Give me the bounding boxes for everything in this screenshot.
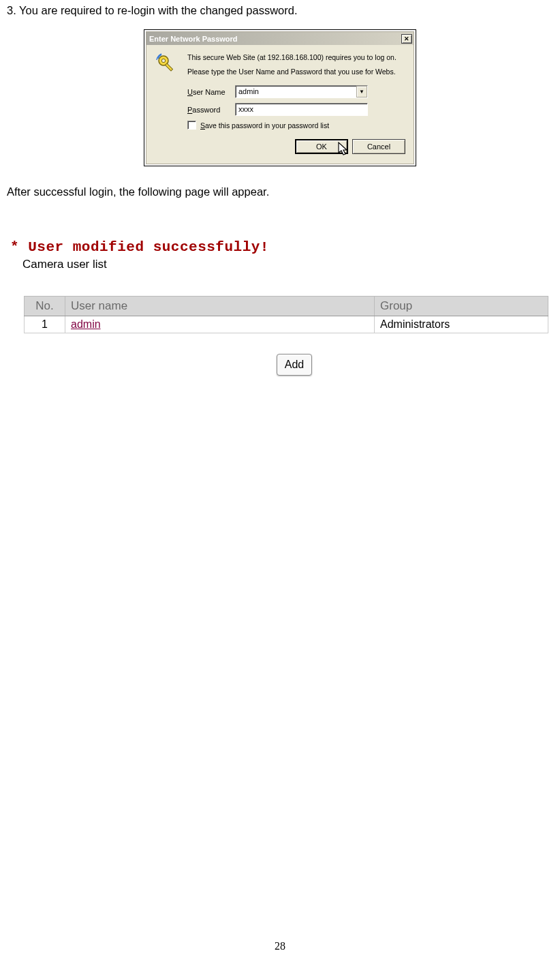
dialog-titlebar: Enter Network Password ✕: [146, 32, 414, 45]
column-header-group: Group: [375, 297, 548, 316]
username-label: User Name: [187, 88, 235, 96]
svg-point-1: [161, 59, 165, 62]
column-header-username: User name: [65, 297, 375, 316]
row-group: Administrators: [375, 316, 548, 333]
column-header-no: No.: [25, 297, 65, 316]
table-row: 1 admin Administrators: [25, 316, 548, 333]
dialog-message-2: Please type the User Name and Password t…: [187, 67, 405, 76]
username-input[interactable]: admin ▼: [235, 85, 368, 98]
dialog-title: Enter Network Password: [149, 35, 401, 43]
save-password-label: Save this password in your password list: [200, 121, 329, 130]
page-number: 28: [0, 940, 560, 952]
cursor-icon: [337, 141, 351, 161]
save-password-checkbox[interactable]: [187, 121, 196, 130]
username-dropdown-arrow[interactable]: ▼: [356, 86, 367, 97]
user-table: No. User name Group 1 admin Administrato…: [24, 296, 548, 333]
close-icon: ✕: [404, 35, 409, 42]
network-password-dialog: Enter Network Password ✕ This secu: [146, 31, 414, 164]
success-message: * User modified successfully!: [10, 239, 550, 255]
password-label: Password: [187, 106, 235, 114]
user-list-title: Camera user list: [22, 258, 550, 271]
close-button[interactable]: ✕: [401, 34, 412, 44]
chevron-down-icon: ▼: [359, 86, 364, 97]
password-input[interactable]: xxxx: [235, 103, 368, 116]
user-link[interactable]: admin: [71, 318, 101, 330]
followup-text: After successful login, the following pa…: [7, 185, 553, 198]
add-button[interactable]: Add: [277, 354, 312, 376]
svg-rect-2: [166, 63, 173, 71]
cancel-button[interactable]: Cancel: [352, 139, 405, 154]
dialog-message-1: This secure Web Site (at 192.168.168.100…: [187, 53, 405, 61]
step-instruction: 3. You are required to re-login with the…: [7, 4, 553, 17]
login-dialog-figure: Enter Network Password ✕ This secu: [7, 29, 553, 166]
key-icon: [156, 53, 178, 75]
row-number: 1: [25, 316, 65, 333]
